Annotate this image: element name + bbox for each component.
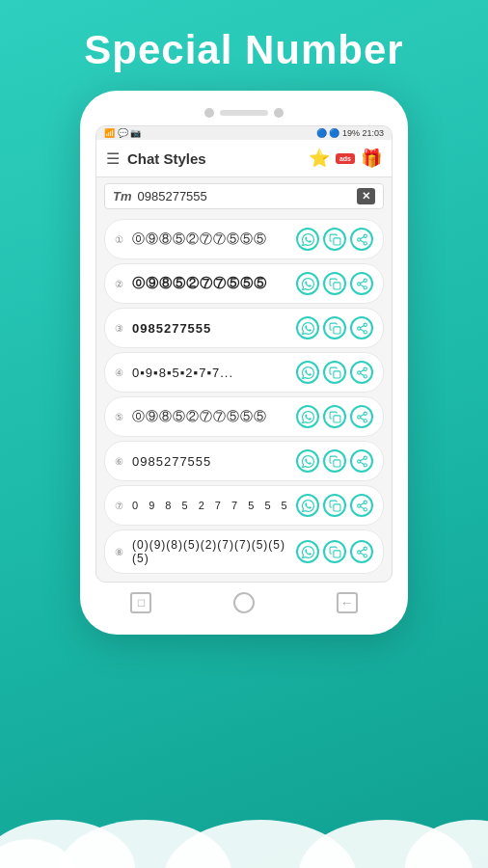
share-button-3[interactable] bbox=[350, 316, 373, 339]
svg-point-27 bbox=[364, 419, 366, 421]
svg-point-37 bbox=[364, 501, 366, 503]
copy-button-3[interactable] bbox=[323, 316, 346, 339]
row-left-1: ①⓪⑨⑧⑤②⑦⑦⑤⑤⑤ bbox=[115, 231, 267, 248]
clear-button[interactable]: ✕ bbox=[357, 188, 375, 204]
svg-point-7 bbox=[364, 279, 366, 282]
whatsapp-button-6[interactable] bbox=[296, 449, 319, 473]
app-bar-left: ☰ Chat Styles bbox=[106, 149, 206, 168]
share-button-5[interactable] bbox=[350, 405, 373, 428]
gift-icon[interactable]: 🎁 bbox=[361, 148, 382, 169]
result-row-7: ⑦0 9 8 5 2 7 7 5 5 5 bbox=[104, 485, 384, 526]
svg-rect-36 bbox=[333, 503, 339, 510]
svg-line-17 bbox=[360, 325, 364, 327]
row-number-4: ④ bbox=[115, 367, 126, 378]
row-text-1: ⓪⑨⑧⑤②⑦⑦⑤⑤⑤ bbox=[132, 231, 267, 248]
search-bar: Tт 0985277555 ✕ bbox=[104, 183, 384, 209]
svg-point-20 bbox=[357, 370, 360, 373]
search-prefix: Tт bbox=[113, 189, 132, 203]
status-battery: 🔵 19% 21:03 bbox=[329, 128, 384, 138]
svg-rect-12 bbox=[333, 326, 339, 333]
svg-point-32 bbox=[357, 459, 360, 462]
copy-button-4[interactable] bbox=[323, 361, 346, 384]
svg-point-26 bbox=[357, 415, 360, 418]
copy-button-2[interactable] bbox=[323, 272, 346, 295]
row-left-4: ④0▪9▪8▪5▪2▪7▪7... bbox=[115, 366, 233, 380]
share-button-2[interactable] bbox=[350, 272, 373, 295]
row-number-1: ① bbox=[115, 234, 126, 245]
hamburger-icon[interactable]: ☰ bbox=[106, 149, 120, 168]
svg-rect-0 bbox=[333, 237, 339, 244]
whatsapp-button-1[interactable] bbox=[296, 228, 319, 251]
row-text-5: ⓪⑨⑧⑤②⑦⑦⑤⑤⑤ bbox=[132, 408, 267, 425]
result-row-8: ⑧(0)(9)(8)(5)(2)(7)(7)(5)(5)(5) bbox=[104, 529, 384, 574]
svg-line-5 bbox=[360, 236, 364, 238]
copy-button-6[interactable] bbox=[323, 449, 346, 473]
row-left-8: ⑧(0)(9)(8)(5)(2)(7)(7)(5)(5)(5) bbox=[115, 538, 296, 565]
whatsapp-button-4[interactable] bbox=[296, 361, 319, 384]
svg-point-19 bbox=[364, 367, 366, 370]
phone-camera-2 bbox=[274, 108, 284, 118]
svg-line-46 bbox=[360, 553, 364, 555]
status-left: 📶 💬 📷 bbox=[104, 128, 141, 138]
svg-rect-42 bbox=[333, 550, 339, 556]
share-button-7[interactable] bbox=[350, 494, 373, 517]
phone-bottom-bar: ☐ ← bbox=[90, 583, 398, 617]
copy-button-7[interactable] bbox=[323, 494, 346, 517]
phone-frame: 📶 💬 📷 🔵 🔵 19% 21:03 ☰ Chat Styles ⭐ ads … bbox=[80, 91, 408, 635]
star-icon[interactable]: ⭐ bbox=[309, 148, 330, 169]
whatsapp-button-3[interactable] bbox=[296, 316, 319, 339]
app-bar: ☰ Chat Styles ⭐ ads 🎁 bbox=[96, 140, 392, 177]
svg-point-2 bbox=[357, 237, 360, 240]
result-row-6: ⑥0985277555 bbox=[104, 441, 384, 481]
share-button-4[interactable] bbox=[350, 361, 373, 384]
svg-line-4 bbox=[360, 240, 364, 242]
svg-point-25 bbox=[364, 412, 366, 415]
status-right: 🔵 🔵 19% 21:03 bbox=[316, 128, 384, 138]
share-button-8[interactable] bbox=[350, 540, 373, 563]
row-actions-7 bbox=[296, 494, 373, 517]
search-value[interactable]: 0985277555 bbox=[138, 189, 352, 203]
nav-circle-button[interactable] bbox=[233, 592, 255, 613]
svg-line-16 bbox=[360, 329, 364, 331]
row-number-7: ⑦ bbox=[115, 501, 126, 511]
svg-line-10 bbox=[360, 285, 364, 286]
svg-line-29 bbox=[360, 414, 364, 416]
result-row-4: ④0▪9▪8▪5▪2▪7▪7... bbox=[104, 352, 384, 393]
svg-point-21 bbox=[364, 374, 366, 377]
nav-back-button[interactable]: ← bbox=[337, 592, 358, 613]
page-title: Special Number bbox=[84, 27, 403, 73]
whatsapp-button-2[interactable] bbox=[296, 272, 319, 295]
copy-button-1[interactable] bbox=[323, 228, 346, 251]
copy-button-5[interactable] bbox=[323, 405, 346, 428]
copy-button-8[interactable] bbox=[323, 540, 346, 563]
svg-line-35 bbox=[360, 458, 364, 460]
svg-line-28 bbox=[360, 418, 364, 420]
ads-badge[interactable]: ads bbox=[336, 153, 355, 164]
svg-line-22 bbox=[360, 373, 364, 375]
svg-point-1 bbox=[364, 234, 366, 237]
row-text-8: (0)(9)(8)(5)(2)(7)(7)(5)(5)(5) bbox=[132, 538, 296, 565]
svg-point-31 bbox=[364, 456, 366, 459]
svg-rect-18 bbox=[333, 370, 339, 377]
row-number-5: ⑤ bbox=[115, 412, 126, 422]
row-left-7: ⑦0 9 8 5 2 7 7 5 5 5 bbox=[115, 500, 291, 511]
row-actions-1 bbox=[296, 228, 373, 251]
row-text-7: 0 9 8 5 2 7 7 5 5 5 bbox=[132, 500, 291, 511]
share-button-6[interactable] bbox=[350, 449, 373, 473]
whatsapp-button-8[interactable] bbox=[296, 540, 319, 563]
whatsapp-button-5[interactable] bbox=[296, 405, 319, 428]
row-text-3: 0985277555 bbox=[132, 321, 211, 336]
row-actions-4 bbox=[296, 361, 373, 384]
share-button-1[interactable] bbox=[350, 228, 373, 251]
app-bar-title: Chat Styles bbox=[127, 150, 206, 167]
row-text-2: ⓪⑨⑧⑤②⑦⑦⑤⑤⑤ bbox=[132, 275, 267, 292]
row-left-6: ⑥0985277555 bbox=[115, 454, 211, 469]
row-text-6: 0985277555 bbox=[132, 454, 211, 469]
row-number-8: ⑧ bbox=[115, 547, 126, 557]
nav-home-button[interactable]: ☐ bbox=[130, 592, 151, 613]
row-number-6: ⑥ bbox=[115, 456, 126, 467]
whatsapp-button-7[interactable] bbox=[296, 494, 319, 517]
svg-point-13 bbox=[364, 323, 366, 326]
svg-point-9 bbox=[364, 285, 366, 288]
svg-line-34 bbox=[360, 462, 364, 464]
